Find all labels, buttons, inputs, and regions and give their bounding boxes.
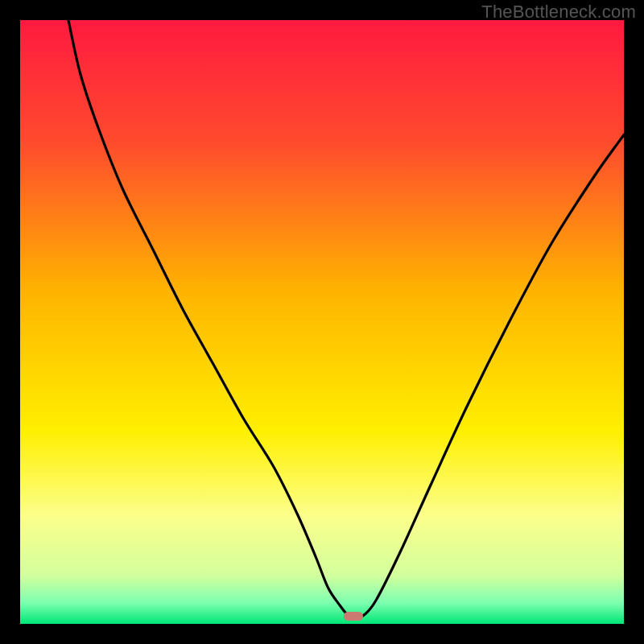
chart-frame: TheBottleneck.com bbox=[0, 0, 644, 644]
gradient-background bbox=[20, 20, 624, 624]
plot-svg bbox=[20, 20, 624, 624]
watermark-text: TheBottleneck.com bbox=[481, 2, 636, 23]
optimal-marker bbox=[344, 612, 363, 621]
plot-area bbox=[20, 20, 624, 624]
